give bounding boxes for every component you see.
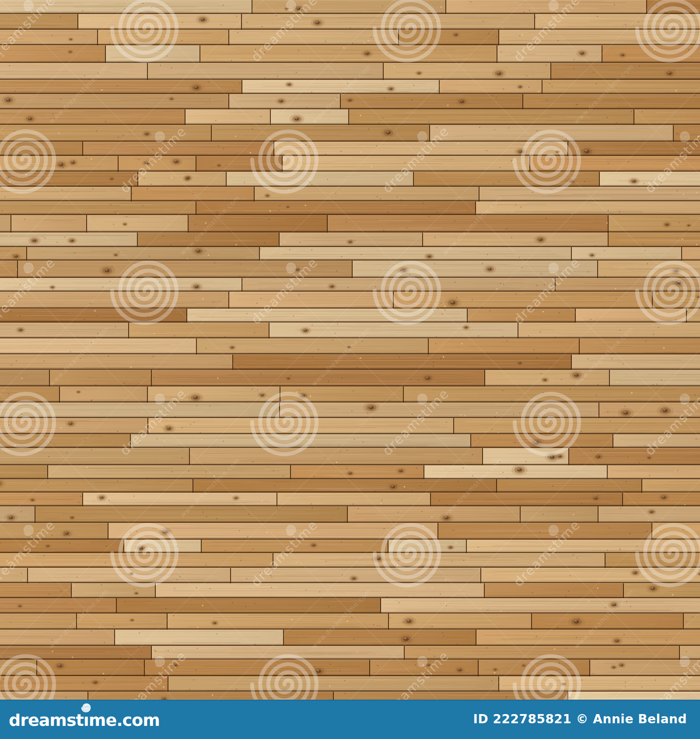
wood-texture-area: dreamstimedreamstimedreamstimedreamstime… — [0, 0, 700, 700]
stock-photo-preview: dreamstimedreamstimedreamstimedreamstime… — [0, 0, 700, 739]
image-credit: ID 222785821 © Annie Beland — [473, 713, 687, 725]
dreamstime-footer-bar: dreamstıme.com ID 222785821 © Annie Bela… — [0, 700, 700, 739]
wood-plank-texture — [0, 0, 700, 700]
dreamstime-logo: dreamstıme.com — [9, 712, 160, 729]
logo-text-post: me.com — [89, 712, 160, 729]
logo-text-i: ı — [84, 711, 89, 730]
dreamstime-spiral-icon — [81, 703, 91, 712]
logo-text-pre: dreamst — [9, 712, 84, 729]
